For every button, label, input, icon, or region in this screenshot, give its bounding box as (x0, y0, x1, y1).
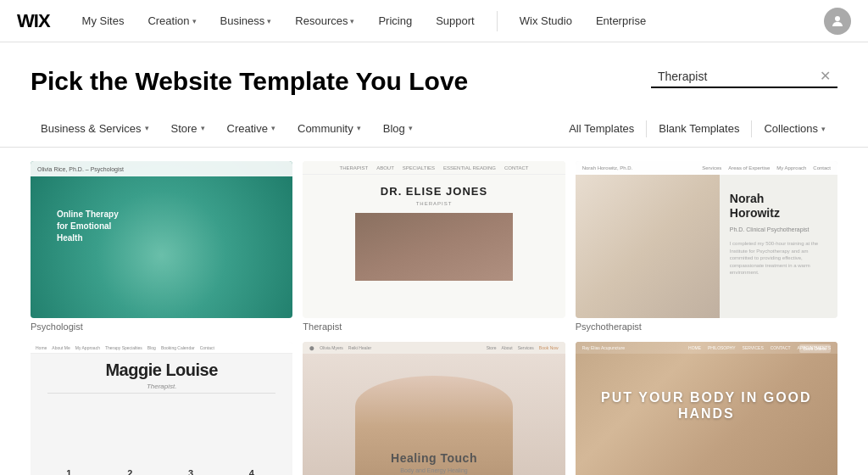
template-card-4[interactable]: Home About Me My Approach Therapy Specia… (31, 342, 292, 475)
template-content: NorahHorowitz Ph.D. Clinical Psychothera… (576, 175, 837, 318)
chevron-down-icon: ▾ (350, 17, 354, 25)
nav-support[interactable]: Support (427, 9, 483, 32)
filter-business-services[interactable]: Business & Services ▾ (31, 114, 159, 145)
template-item: Norah Horowitz, Ph.D. Services Areas of … (576, 161, 837, 332)
template-category-label: Psychotherapist (576, 318, 837, 332)
nav-pricing[interactable]: Pricing (370, 9, 420, 32)
template-headline: Healing Touch (303, 451, 565, 465)
search-clear-icon[interactable]: ✕ (820, 70, 831, 83)
filter-community[interactable]: Community ▾ (287, 114, 371, 145)
service-item: 1. IndividualPsychotherapy (44, 468, 97, 475)
filter-creative[interactable]: Creative ▾ (217, 114, 286, 145)
template-subtitle: Therapist. (31, 383, 292, 390)
template-item: Olivia Rice, Ph.D. – Psychologist Online… (31, 161, 292, 332)
template-card-1[interactable]: Olivia Rice, Ph.D. – Psychologist Online… (31, 161, 292, 318)
template-category-label: Psychologist (31, 318, 292, 332)
nav-creation[interactable]: Creation ▾ (139, 9, 204, 32)
template-text: Healing Touch Body and Energy Healing (303, 451, 565, 473)
chevron-down-icon: ▾ (821, 125, 826, 133)
template-item: ⬤ Olivia Myers Reiki Healer Store About … (303, 342, 565, 475)
nav-separator (497, 11, 498, 31)
chevron-down-icon: ▾ (271, 124, 275, 132)
template-headline: Online Therapyfor EmotionalHealth (57, 209, 119, 244)
user-avatar[interactable] (824, 8, 851, 35)
templates-grid: Olivia Rice, Ph.D. – Psychologist Online… (0, 148, 868, 475)
template-nav: THERAPIST (416, 201, 453, 206)
template-topbar: Norah Horowitz, Ph.D. Services Areas of … (576, 161, 837, 175)
template-card-2[interactable]: THERAPIST ABOUT SPECIALTIES ESSENTIAL RE… (303, 161, 565, 318)
service-item: 3. SexTherapy (166, 468, 219, 475)
top-navigation: WIX My Sites Creation ▾ Business ▾ Resou… (0, 0, 868, 42)
chevron-down-icon: ▾ (409, 124, 413, 132)
template-text: PUT YOUR BODY IN GOOD HANDS (576, 389, 837, 422)
page-title: Pick the Website Template You Love (31, 66, 468, 97)
nav-resources[interactable]: Resources ▾ (287, 9, 363, 32)
template-topbar: Olivia Rice, Ph.D. – Psychologist (31, 161, 292, 176)
nav-enterprise[interactable]: Enterprise (587, 9, 654, 32)
service-item: 2. CouplesTherapy (105, 468, 158, 475)
nav-business[interactable]: Business ▾ (212, 9, 281, 32)
nav-wix-studio[interactable]: Wix Studio (511, 9, 581, 32)
filter-collections[interactable]: Collections ▾ (752, 114, 837, 143)
template-services: 1. IndividualPsychotherapy 2. CouplesThe… (31, 468, 292, 475)
template-topbar: ⬤ Olivia Myers Reiki Healer Store About … (303, 342, 565, 354)
template-item: THERAPIST ABOUT SPECIALTIES ESSENTIAL RE… (303, 161, 565, 332)
filter-bar: Business & Services ▾ Store ▾ Creative ▾… (0, 110, 868, 148)
chevron-down-icon: ▾ (267, 17, 271, 25)
svg-point-0 (835, 16, 840, 21)
service-item: 4. FamilyTherapy (226, 468, 279, 475)
chevron-down-icon: ▾ (357, 124, 361, 132)
template-topbar: Home About Me My Approach Therapy Specia… (31, 342, 292, 354)
template-photo (576, 175, 720, 318)
template-card-5[interactable]: ⬤ Olivia Myers Reiki Healer Store About … (303, 342, 565, 475)
book-button: Book Online (799, 344, 831, 353)
nav-my-sites[interactable]: My Sites (74, 9, 133, 32)
template-photo (355, 213, 513, 281)
divider (47, 393, 275, 394)
template-item: Home About Me My Approach Therapy Specia… (31, 342, 292, 475)
chevron-down-icon: ▾ (192, 17, 197, 25)
template-card-6[interactable]: Ray Elias Acupuncture HOME PHILOSOPHY SE… (576, 342, 837, 475)
hero-section: Pick the Website Template You Love ✕ (0, 42, 868, 110)
template-headline: Maggie Louise (31, 360, 292, 380)
template-card-3[interactable]: Norah Horowitz, Ph.D. Services Areas of … (576, 161, 837, 318)
filter-right-group: All Templates Blank Templates Collection… (557, 114, 837, 143)
search-box: ✕ (651, 66, 837, 88)
filter-all-templates[interactable]: All Templates (557, 114, 646, 143)
template-headline: NorahHorowitz (730, 192, 827, 221)
template-subtitle: Body and Energy Healing (303, 467, 565, 473)
filter-blog[interactable]: Blog ▾ (373, 114, 423, 145)
template-topbar: THERAPIST ABOUT SPECIALTIES ESSENTIAL RE… (303, 161, 565, 175)
template-headline: DR. ELISE JONES (381, 185, 487, 198)
search-input[interactable] (658, 70, 813, 83)
template-item: Ray Elias Acupuncture HOME PHILOSOPHY SE… (576, 342, 837, 475)
template-category-label: Therapist (303, 318, 565, 332)
filter-blank-templates[interactable]: Blank Templates (647, 114, 751, 143)
wix-logo[interactable]: WIX (17, 10, 50, 32)
filter-store[interactable]: Store ▾ (161, 114, 215, 145)
template-headline: PUT YOUR BODY IN GOOD HANDS (576, 389, 837, 422)
chevron-down-icon: ▾ (145, 124, 149, 132)
filter-left-group: Business & Services ▾ Store ▾ Creative ▾… (31, 114, 557, 144)
template-info: NorahHorowitz Ph.D. Clinical Psychothera… (720, 175, 837, 318)
chevron-down-icon: ▾ (201, 124, 205, 132)
template-topbar: Ray Elias Acupuncture HOME PHILOSOPHY SE… (576, 342, 837, 354)
